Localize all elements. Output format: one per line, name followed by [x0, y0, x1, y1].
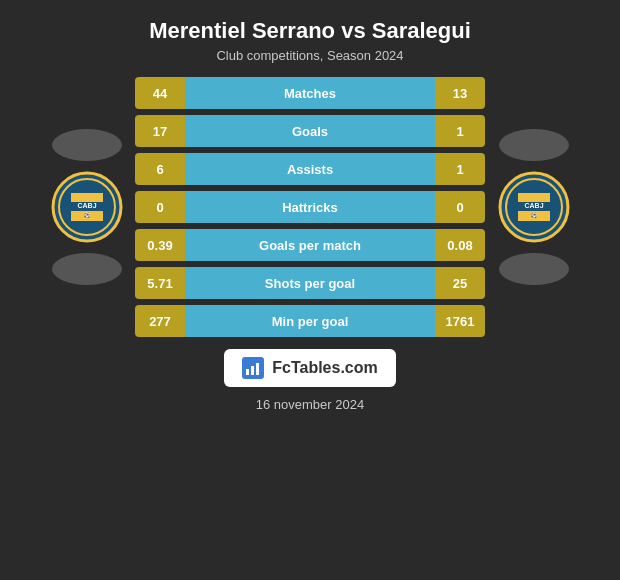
- right-oval-top: [499, 129, 569, 161]
- bar-chart-icon: [246, 361, 260, 375]
- stats-container: 44Matches1317Goals16Assists10Hattricks00…: [135, 77, 485, 337]
- stat-bar: Shots per goal: [185, 267, 435, 299]
- stat-row: 5.71Shots per goal25: [135, 267, 485, 299]
- watermark-text: FcTables.com: [272, 359, 378, 377]
- stat-bar: Goals: [185, 115, 435, 147]
- fctables-icon: [242, 357, 264, 379]
- left-team-badge: CABJ ⚽: [51, 171, 123, 243]
- stat-right-value: 0: [435, 200, 485, 215]
- stat-left-value: 6: [135, 162, 185, 177]
- stat-bar: Matches: [185, 77, 435, 109]
- bar2: [251, 366, 254, 375]
- watermark: FcTables.com: [224, 349, 396, 387]
- stat-row: 277Min per goal1761: [135, 305, 485, 337]
- stat-right-value: 1: [435, 162, 485, 177]
- left-team-badges: CABJ ⚽: [44, 129, 129, 285]
- stat-label: Assists: [287, 162, 333, 177]
- stat-right-value: 13: [435, 86, 485, 101]
- subtitle: Club competitions, Season 2024: [216, 48, 403, 63]
- left-oval-top: [52, 129, 122, 161]
- stat-label: Shots per goal: [265, 276, 355, 291]
- stat-bar: Assists: [185, 153, 435, 185]
- stat-row: 6Assists1: [135, 153, 485, 185]
- bar3: [256, 363, 259, 375]
- svg-rect-3: [71, 193, 103, 202]
- svg-text:CABJ: CABJ: [524, 202, 543, 209]
- stat-right-value: 0.08: [435, 238, 485, 253]
- right-oval-bottom: [499, 253, 569, 285]
- stat-left-value: 0.39: [135, 238, 185, 253]
- svg-text:⚽: ⚽: [531, 212, 538, 219]
- stat-bar: Hattricks: [185, 191, 435, 223]
- page-title: Merentiel Serrano vs Saralegui: [149, 18, 471, 44]
- stat-label: Matches: [284, 86, 336, 101]
- svg-rect-10: [518, 193, 550, 202]
- stat-row: 0Hattricks0: [135, 191, 485, 223]
- bar1: [246, 369, 249, 375]
- svg-text:⚽: ⚽: [84, 212, 91, 219]
- stat-label: Goals per match: [259, 238, 361, 253]
- stat-row: 17Goals1: [135, 115, 485, 147]
- stat-label: Goals: [292, 124, 328, 139]
- stat-label: Hattricks: [282, 200, 338, 215]
- stat-right-value: 1761: [435, 314, 485, 329]
- stat-right-value: 1: [435, 124, 485, 139]
- right-team-badges: CABJ ⚽: [491, 129, 576, 285]
- date-label: 16 november 2024: [256, 397, 364, 412]
- stat-left-value: 0: [135, 200, 185, 215]
- stat-left-value: 44: [135, 86, 185, 101]
- stat-bar: Goals per match: [185, 229, 435, 261]
- stat-left-value: 277: [135, 314, 185, 329]
- stat-bar: Min per goal: [185, 305, 435, 337]
- stat-right-value: 25: [435, 276, 485, 291]
- stat-row: 0.39Goals per match0.08: [135, 229, 485, 261]
- stat-left-value: 5.71: [135, 276, 185, 291]
- main-content: CABJ ⚽ 44Matches1317Goals16Assists10Hatt…: [0, 77, 620, 337]
- right-team-badge: CABJ ⚽: [498, 171, 570, 243]
- stat-label: Min per goal: [272, 314, 349, 329]
- svg-text:CABJ: CABJ: [77, 202, 96, 209]
- stat-left-value: 17: [135, 124, 185, 139]
- left-oval-bottom: [52, 253, 122, 285]
- stat-row: 44Matches13: [135, 77, 485, 109]
